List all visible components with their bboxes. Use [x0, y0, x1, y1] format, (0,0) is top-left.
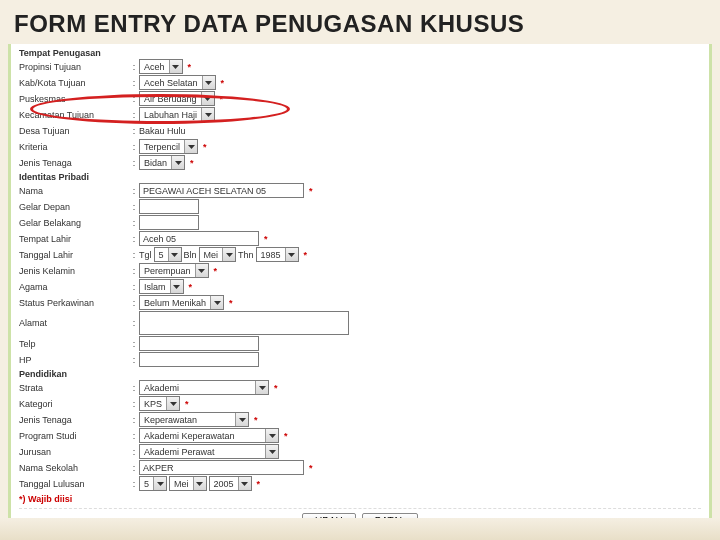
svg-marker-3 [205, 113, 212, 117]
value-desa: Bakau Hulu [139, 126, 186, 136]
row-sekolah: Nama Sekolah : AKPER * [19, 460, 701, 475]
row-hp: HP : [19, 352, 701, 367]
select-bln-lahir[interactable]: Mei [199, 247, 237, 262]
svg-marker-14 [239, 418, 246, 422]
input-gelar-belakang[interactable] [139, 215, 199, 230]
label-alamat: Alamat [19, 318, 129, 328]
slide-title: FORM ENTRY DATA PENUGASAN KHUSUS [0, 0, 720, 44]
input-nama[interactable]: PEGAWAI ACEH SELATAN 05 [139, 183, 304, 198]
label-kawin: Status Perkawinan [19, 298, 129, 308]
label-tempat-lahir: Tempat Lahir [19, 234, 129, 244]
label-kategori: Kategori [19, 399, 129, 409]
required-star: * [203, 142, 207, 152]
required-star: * [229, 298, 233, 308]
label-prodi: Program Studi [19, 431, 129, 441]
section-identitas: Identitas Pribadi [19, 172, 701, 182]
row-kriteria: Kriteria : Terpencil * [19, 139, 701, 154]
select-agama[interactable]: Islam [139, 279, 184, 294]
chevron-down-icon [222, 248, 235, 261]
select-kecamatan[interactable]: Labuhan Haji [139, 107, 215, 122]
select-strata[interactable]: Akademi [139, 380, 269, 395]
dob-bln-label: Bln [184, 250, 197, 260]
svg-marker-10 [173, 285, 180, 289]
select-kab[interactable]: Aceh Selatan [139, 75, 216, 90]
select-jtenaga2[interactable]: Keperawatan [139, 412, 249, 427]
required-star: * [257, 479, 261, 489]
row-tanggal-lahir: Tanggal Lahir : Tgl 5 Bln Mei Thn 1985 * [19, 247, 701, 262]
label-jurusan: Jurusan [19, 447, 129, 457]
input-telp[interactable] [139, 336, 259, 351]
required-star: * [309, 186, 313, 196]
select-jurusan[interactable]: Akademi Perawat [139, 444, 279, 459]
row-gelar-depan: Gelar Depan : [19, 199, 701, 214]
textarea-alamat[interactable] [139, 311, 349, 335]
label-agama: Agama [19, 282, 129, 292]
row-kategori: Kategori : KPS * [19, 396, 701, 411]
chevron-down-icon [265, 429, 278, 442]
label-strata: Strata [19, 383, 129, 393]
label-kriteria: Kriteria [19, 142, 129, 152]
select-kategori[interactable]: KPS [139, 396, 180, 411]
required-star: * [214, 266, 218, 276]
row-tempat-lahir: Tempat Lahir : Aceh 05 * [19, 231, 701, 246]
svg-marker-12 [259, 386, 266, 390]
select-jtenaga1[interactable]: Bidan [139, 155, 185, 170]
required-star: * [220, 94, 224, 104]
row-kab: Kab/Kota Tujuan : Aceh Selatan * [19, 75, 701, 90]
row-strata: Strata : Akademi * [19, 380, 701, 395]
chevron-down-icon [195, 264, 208, 277]
chevron-down-icon [184, 140, 197, 153]
input-sekolah[interactable]: AKPER [139, 460, 304, 475]
svg-marker-9 [198, 269, 205, 273]
required-star: * [309, 463, 313, 473]
row-agama: Agama : Islam * [19, 279, 701, 294]
required-star: * [254, 415, 258, 425]
row-telp: Telp : [19, 336, 701, 351]
select-tgl-lulus[interactable]: 5 [139, 476, 167, 491]
chevron-down-icon [193, 477, 206, 490]
row-jurusan: Jurusan : Akademi Perawat [19, 444, 701, 459]
svg-marker-13 [170, 402, 177, 406]
row-tgl-lulus: Tanggal Lulusan : 5 Mei 2005 * [19, 476, 701, 491]
required-star: * [284, 431, 288, 441]
select-thn-lulus[interactable]: 2005 [209, 476, 252, 491]
select-puskesmas[interactable]: Air Berudang [139, 91, 215, 106]
input-hp[interactable] [139, 352, 259, 367]
label-kelamin: Jenis Kelamin [19, 266, 129, 276]
dob-tgl-label: Tgl [139, 250, 152, 260]
label-gelar-depan: Gelar Depan [19, 202, 129, 212]
required-star: * [189, 282, 193, 292]
label-telp: Telp [19, 339, 129, 349]
row-alamat: Alamat : [19, 311, 701, 335]
label-kecamatan: Kecamatan Tujuan [19, 110, 129, 120]
required-star: * [304, 250, 308, 260]
chevron-down-icon [170, 280, 183, 293]
section-pendidikan: Pendidikan [19, 369, 701, 379]
chevron-down-icon [255, 381, 268, 394]
select-kriteria[interactable]: Terpencil [139, 139, 198, 154]
label-gelar-belakang: Gelar Belakang [19, 218, 129, 228]
svg-marker-18 [196, 482, 203, 486]
required-star: * [188, 62, 192, 72]
row-kecamatan: Kecamatan Tujuan : Labuhan Haji [19, 107, 701, 122]
input-tempat-lahir[interactable]: Aceh 05 [139, 231, 259, 246]
dob-thn-label: Thn [238, 250, 254, 260]
svg-marker-19 [241, 482, 248, 486]
row-jtenaga2: Jenis Tenaga : Keperawatan * [19, 412, 701, 427]
label-nama: Nama [19, 186, 129, 196]
svg-marker-7 [226, 253, 233, 257]
select-kelamin[interactable]: Perempuan [139, 263, 209, 278]
select-tgl-lahir[interactable]: 5 [154, 247, 182, 262]
select-propinsi[interactable]: Aceh [139, 59, 183, 74]
select-prodi[interactable]: Akademi Keperawatan [139, 428, 279, 443]
input-gelar-depan[interactable] [139, 199, 199, 214]
label-propinsi: Propinsi Tujuan [19, 62, 129, 72]
select-kawin[interactable]: Belum Menikah [139, 295, 224, 310]
select-bln-lulus[interactable]: Mei [169, 476, 207, 491]
label-jtenaga2: Jenis Tenaga [19, 415, 129, 425]
label-sekolah: Nama Sekolah [19, 463, 129, 473]
svg-marker-15 [269, 434, 276, 438]
select-thn-lahir[interactable]: 1985 [256, 247, 299, 262]
svg-marker-1 [205, 81, 212, 85]
label-desa: Desa Tujuan [19, 126, 129, 136]
